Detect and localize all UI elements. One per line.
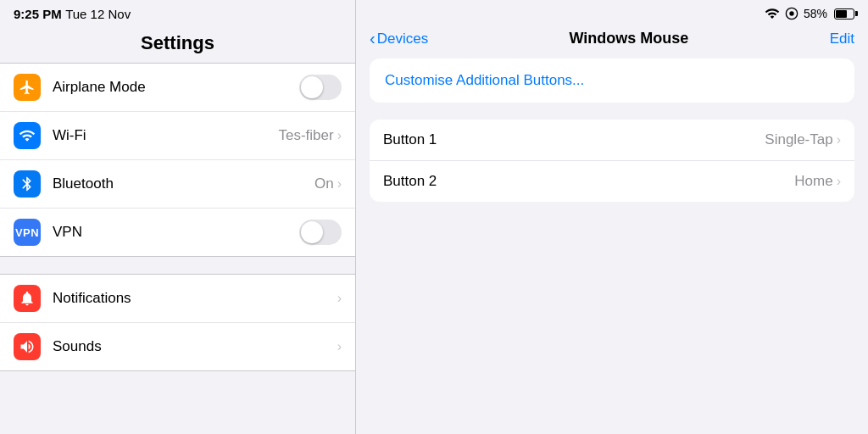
connectivity-group: Airplane Mode Wi-Fi Tes-fiber › Bluetoot… xyxy=(0,63,355,257)
bluetooth-icon xyxy=(19,175,36,192)
button1-row[interactable]: Button 1 Single-Tap › xyxy=(370,120,854,161)
buttons-card: Button 1 Single-Tap › Button 2 Home › xyxy=(370,120,854,202)
notifications-label: Notifications xyxy=(53,290,337,307)
airplane-mode-row[interactable]: Airplane Mode xyxy=(0,64,355,112)
wifi-label: Wi-Fi xyxy=(53,127,278,144)
notifications-row[interactable]: Notifications › xyxy=(0,275,355,323)
status-time: 9:25 PM xyxy=(14,7,62,21)
wifi-row[interactable]: Wi-Fi Tes-fiber › xyxy=(0,112,355,160)
device-detail-panel: 58% ‹ Devices Windows Mouse Edit Customi… xyxy=(356,0,868,434)
airplane-mode-label: Airplane Mode xyxy=(53,79,299,96)
vpn-label: VPN xyxy=(53,224,299,241)
button1-chevron-icon: › xyxy=(837,132,841,147)
right-status-bar: 58% xyxy=(356,0,868,24)
airplane-icon xyxy=(19,79,36,96)
button1-value: Single-Tap xyxy=(765,131,832,148)
notifications-chevron: › xyxy=(337,291,342,306)
vpn-row[interactable]: VPN VPN xyxy=(0,209,355,256)
right-airdrop-icon xyxy=(785,7,798,20)
settings-title: Settings xyxy=(141,32,214,53)
wifi-icon xyxy=(19,127,36,144)
sounds-row[interactable]: Sounds › xyxy=(0,323,355,370)
back-button[interactable]: ‹ Devices xyxy=(370,29,428,48)
bluetooth-value: On xyxy=(314,175,334,192)
bluetooth-label: Bluetooth xyxy=(53,175,314,192)
battery-icon xyxy=(834,8,854,19)
settings-panel: 9:25 PM Tue 12 Nov Settings Airplane Mod… xyxy=(0,0,356,434)
vpn-toggle[interactable] xyxy=(299,220,342,245)
device-content: Customise Additional Buttons... Button 1… xyxy=(356,58,868,434)
edit-button[interactable]: Edit xyxy=(830,31,854,47)
button2-chevron-icon: › xyxy=(837,174,841,189)
vpn-icon-badge: VPN xyxy=(14,219,41,246)
sounds-icon-badge xyxy=(14,333,41,360)
device-nav: ‹ Devices Windows Mouse Edit xyxy=(356,24,868,58)
button2-label: Button 2 xyxy=(383,173,437,190)
customize-card[interactable]: Customise Additional Buttons... xyxy=(370,58,854,103)
notifications-group: Notifications › Sounds › xyxy=(0,274,355,371)
button2-value-container: Home › xyxy=(794,173,841,190)
vpn-icon: VPN xyxy=(15,226,39,239)
status-bar: 9:25 PM Tue 12 Nov xyxy=(0,0,355,25)
button1-value-container: Single-Tap › xyxy=(765,131,841,148)
customize-link[interactable]: Customise Additional Buttons... xyxy=(385,72,584,88)
right-wifi-icon xyxy=(765,8,780,19)
airplane-mode-toggle[interactable] xyxy=(299,75,342,100)
button2-row[interactable]: Button 2 Home › xyxy=(370,161,854,202)
bluetooth-chevron: › xyxy=(337,176,342,192)
wifi-chevron: › xyxy=(337,128,342,143)
notifications-icon-badge xyxy=(14,285,41,312)
bluetooth-row[interactable]: Bluetooth On › xyxy=(0,160,355,209)
back-label[interactable]: Devices xyxy=(377,31,428,47)
notifications-icon xyxy=(19,290,36,307)
wifi-icon-badge xyxy=(14,122,41,149)
back-chevron-icon: ‹ xyxy=(370,29,376,48)
sounds-icon xyxy=(19,338,36,355)
battery-percent: 58% xyxy=(804,7,827,20)
svg-point-1 xyxy=(789,11,793,15)
airplane-icon-badge xyxy=(14,74,41,101)
sounds-label: Sounds xyxy=(53,338,337,355)
sounds-chevron: › xyxy=(337,339,342,354)
settings-header: Settings xyxy=(0,25,355,63)
status-date: Tue 12 Nov xyxy=(65,7,131,21)
bluetooth-icon-badge xyxy=(14,170,41,198)
wifi-value: Tes-fiber xyxy=(278,127,333,144)
device-title: Windows Mouse xyxy=(570,30,689,47)
button1-label: Button 1 xyxy=(383,131,437,148)
button2-value: Home xyxy=(794,173,832,190)
